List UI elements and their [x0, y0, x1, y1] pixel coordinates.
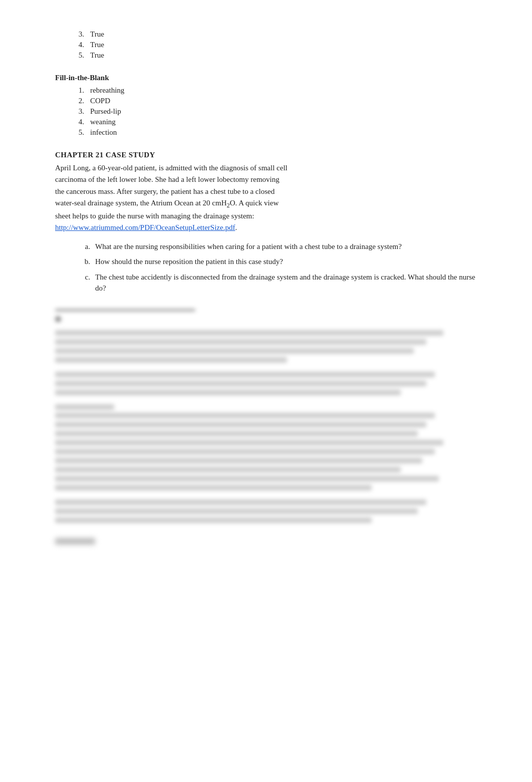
list-item: 1. rebreathing — [75, 86, 477, 95]
list-num: 2. — [75, 97, 84, 105]
blurred-small-1 — [55, 404, 114, 410]
list-value: weaning — [90, 118, 116, 126]
letter-a: a. — [80, 241, 90, 252]
list-item: 4. weaning — [75, 118, 477, 126]
list-item: 5. True — [75, 51, 477, 60]
body-line2: carcinoma of the left lower lobe. She ha… — [55, 175, 280, 183]
list-value: rebreathing — [90, 86, 124, 95]
blurred-para-1 — [55, 330, 477, 363]
letter-b: b. — [80, 256, 90, 268]
question-c: c. The chest tube accidently is disconne… — [80, 272, 477, 294]
body-line5: sheet helps to guide the nurse with mana… — [55, 212, 254, 220]
true-answers-section: 3. True 4. True 5. True — [55, 30, 477, 60]
footer-blurred-label — [55, 538, 477, 545]
question-c-text: The chest tube accidently is disconnecte… — [95, 272, 477, 294]
question-b: b. How should the nurse reposition the p… — [80, 256, 477, 268]
blurred-para-3 — [55, 413, 477, 490]
list-value: Pursed-lip — [90, 107, 121, 116]
list-item: 5. infection — [75, 128, 477, 137]
list-num: 4. — [75, 118, 84, 126]
body-line3: the cancerous mass. After surgery, the p… — [55, 187, 275, 195]
fill-heading: Fill-in-the-Blank — [55, 74, 477, 82]
divider — [55, 309, 195, 311]
body-line4: water-seal drainage system, the Atrium O… — [55, 199, 227, 207]
fill-in-blank-section: Fill-in-the-Blank 1. rebreathing 2. COPD… — [55, 74, 477, 137]
list-num: 3. — [75, 107, 84, 116]
true-list: 3. True 4. True 5. True — [55, 30, 477, 60]
list-value: COPD — [90, 97, 110, 105]
list-value: True — [90, 41, 104, 49]
list-value: infection — [90, 128, 117, 137]
body-line4-end: O. A quick view — [230, 199, 279, 207]
footer-text — [55, 538, 95, 545]
case-study-questions: a. What are the nursing responsibilities… — [55, 241, 477, 294]
body-line1: April Long, a 60-year-old patient, is ad… — [55, 164, 288, 172]
list-num: 1. — [75, 86, 84, 95]
letter-c: c. — [80, 272, 90, 294]
list-num: 5. — [75, 128, 84, 137]
case-study-body: April Long, a 60-year-old patient, is ad… — [55, 162, 477, 234]
list-item: 2. COPD — [75, 97, 477, 105]
list-value: True — [90, 30, 104, 39]
blurred-answers-section — [55, 309, 477, 545]
question-a-text: What are the nursing responsibilities wh… — [95, 241, 402, 252]
question-a: a. What are the nursing responsibilities… — [80, 241, 477, 252]
page: 3. True 4. True 5. True Fill-in-the-Blan… — [0, 0, 532, 782]
chapter-heading: CHAPTER 21 CASE STUDY — [55, 151, 477, 159]
chapter-section: CHAPTER 21 CASE STUDY April Long, a 60-y… — [55, 151, 477, 294]
list-value: True — [90, 51, 104, 60]
fill-list: 1. rebreathing 2. COPD 3. Pursed-lip 4. … — [55, 86, 477, 137]
list-item: 3. Pursed-lip — [75, 107, 477, 116]
list-item: 4. True — [75, 41, 477, 49]
blurred-para-4 — [55, 499, 477, 523]
question-b-text: How should the nurse reposition the pati… — [95, 256, 283, 268]
blurred-para-2 — [55, 372, 477, 395]
bullet-point — [55, 316, 61, 322]
list-num: 3. — [75, 30, 84, 39]
list-num: 5. — [75, 51, 84, 60]
pdf-link[interactable]: http://www.atriummed.com/PDF/OceanSetupL… — [55, 223, 235, 231]
list-num: 4. — [75, 41, 84, 49]
list-item: 3. True — [75, 30, 477, 39]
link-after: . — [235, 223, 237, 231]
